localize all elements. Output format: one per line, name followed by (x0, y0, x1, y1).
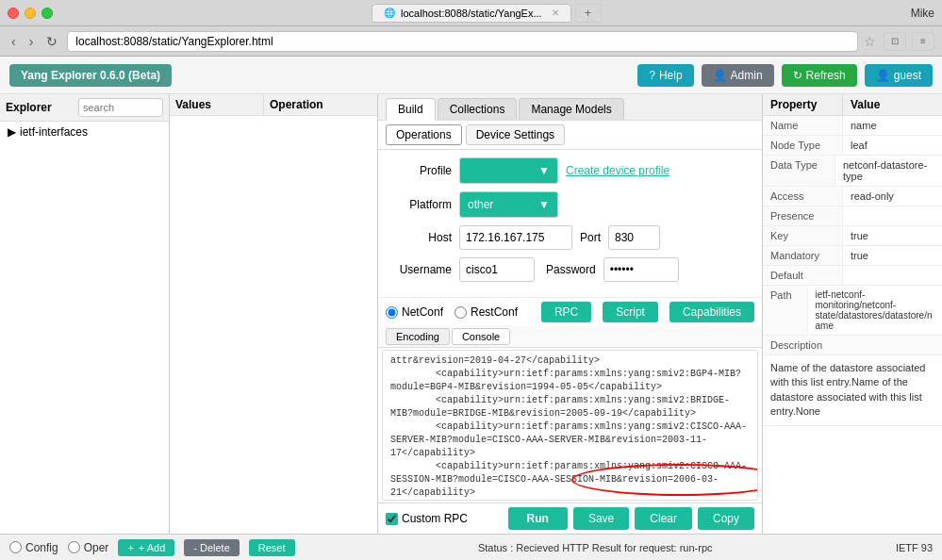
prop-val-mandatory: true (843, 246, 876, 265)
question-icon: ? (649, 69, 655, 82)
add-button[interactable]: + + Add (118, 539, 174, 556)
user-icon: 👤 (876, 69, 890, 82)
traffic-lights (8, 8, 53, 19)
rpc-button[interactable]: RPC (541, 302, 591, 322)
restconf-label: RestConf (471, 305, 518, 319)
prop-key-access: Access (763, 187, 843, 206)
host-row: Host Port (386, 225, 754, 250)
explorer-header: Explorer (0, 94, 169, 122)
prop-val-name: name (843, 116, 884, 135)
property-col-header: Property (763, 94, 843, 115)
save-button[interactable]: Save (573, 507, 629, 530)
prop-row-presence: Presence (763, 206, 942, 226)
custom-rpc-label[interactable]: Custom RPC (386, 512, 468, 525)
run-button[interactable]: Run (508, 507, 568, 530)
capabilities-button[interactable]: Capabilities (669, 302, 754, 322)
main-layout: Explorer ▶ ietf-interfaces Values Operat… (0, 94, 942, 534)
tab-manage-models[interactable]: Manage Models (519, 98, 623, 120)
config-label: Config (25, 541, 58, 554)
guest-button[interactable]: 👤 guest (865, 64, 933, 87)
console-tab[interactable]: Console (452, 328, 510, 345)
admin-button[interactable]: 👤 Admin (702, 64, 774, 87)
username-input[interactable] (459, 257, 535, 282)
username-row: Username Password (386, 257, 754, 282)
help-button[interactable]: ? Help (637, 64, 693, 87)
profile-row: Profile ▼ Create device profile (386, 157, 754, 184)
tree-expand-icon: ▶ (8, 125, 16, 139)
restconf-radio-label[interactable]: RestConf (454, 305, 518, 319)
prop-row-path: Path ietf-netconf-monitoring/netconf-sta… (763, 286, 942, 336)
oper-radio-label[interactable]: Oper (68, 541, 109, 554)
tab-bar: 🌐 localhost:8088/static/YangEx... ✕ + (62, 4, 911, 23)
tab-collections[interactable]: Collections (438, 98, 518, 120)
netconf-radio-label[interactable]: NetConf (386, 305, 443, 319)
prop-val-key: true (843, 226, 876, 245)
password-input[interactable] (603, 257, 679, 282)
protocol-row: NetConf RestConf RPC Script Capabilities (378, 297, 762, 326)
reset-button[interactable]: Reset (249, 539, 295, 556)
prop-key-default: Default (763, 266, 843, 285)
port-input[interactable] (608, 225, 660, 250)
prop-val-path: ietf-netconf-monitoring/netconf-state/da… (808, 286, 942, 335)
address-input[interactable] (67, 31, 858, 52)
tree-item-label: ietf-interfaces (20, 125, 88, 139)
search-input[interactable] (78, 98, 163, 117)
prop-row-key: Key true (763, 226, 942, 246)
statusbar: Config Oper + + Add - Delete Reset Statu… (0, 534, 942, 560)
sub-tab-row: Operations Device Settings (378, 121, 762, 150)
bookmark-button[interactable]: ☆ (864, 34, 876, 49)
host-label: Host (386, 231, 452, 244)
prop-val-presence (843, 206, 858, 225)
config-radio-label[interactable]: Config (9, 541, 58, 554)
sub-tab-operations[interactable]: Operations (386, 124, 462, 145)
prop-val-node-type: leaf (843, 136, 875, 155)
encoding-tab-row: Encoding Console (378, 326, 762, 348)
maximize-button[interactable] (41, 8, 53, 19)
script-button[interactable]: Script (603, 302, 658, 322)
app-title: Yang Explorer 0.6.0 (Beta) (9, 64, 172, 87)
close-button[interactable] (8, 8, 19, 19)
custom-rpc-checkbox[interactable] (386, 513, 398, 525)
prop-row-description: Description Name of the datastore associ… (763, 336, 942, 426)
values-operation-panels: Values Operation (170, 94, 378, 534)
platform-select[interactable]: other ▼ (459, 191, 558, 218)
minimize-button[interactable] (25, 8, 36, 19)
oper-radio[interactable] (68, 541, 80, 553)
host-input[interactable] (459, 225, 572, 250)
menu-button[interactable]: ≡ (912, 32, 934, 51)
console-container: attr&revision=2019-04-27</capability> <c… (382, 350, 758, 501)
prop-val-access: read-only (843, 187, 901, 206)
prop-row-node-type: Node Type leaf (763, 136, 942, 156)
create-profile-link[interactable]: Create device profile (566, 164, 669, 177)
browser-tab[interactable]: 🌐 localhost:8088/static/YangEx... ✕ (372, 4, 571, 23)
config-radio[interactable] (9, 541, 22, 553)
status-text: Status : Recieved HTTP Result for reques… (478, 542, 713, 553)
profile-select[interactable]: ▼ (459, 157, 558, 184)
extensions-button[interactable]: ⊡ (884, 32, 906, 51)
encoding-tab[interactable]: Encoding (386, 328, 450, 345)
platform-value: other (468, 198, 493, 211)
restconf-radio[interactable] (454, 306, 467, 319)
sub-tab-device-settings[interactable]: Device Settings (466, 124, 565, 145)
prop-row-access: Access read-only (763, 187, 942, 206)
tab-build[interactable]: Build (386, 98, 436, 121)
forward-button[interactable]: › (25, 32, 38, 51)
console-bottom-bar: Custom RPC Run Save Clear Copy (378, 502, 762, 534)
addressbar: ‹ › ↻ ☆ ⊡ ≡ (0, 26, 942, 57)
back-button[interactable]: ‹ (8, 32, 20, 51)
profile-label: Profile (386, 164, 452, 177)
admin-icon: 👤 (713, 69, 727, 82)
prop-row-default: Default (763, 266, 942, 286)
copy-button[interactable]: Copy (698, 507, 754, 530)
values-header: Values (170, 94, 264, 115)
reload-button[interactable]: ↻ (42, 32, 61, 51)
console-output[interactable]: attr&revision=2019-04-27</capability> <c… (382, 350, 758, 501)
refresh-button[interactable]: ↻ Refresh (782, 64, 857, 87)
top-toolbar: Yang Explorer 0.6.0 (Beta) ? Help 👤 Admi… (0, 57, 942, 94)
device-form: Profile ▼ Create device profile Platform… (378, 150, 762, 297)
netconf-radio[interactable] (386, 306, 398, 319)
clear-button[interactable]: Clear (635, 507, 692, 530)
new-tab-button[interactable]: + (575, 4, 602, 23)
tree-item-ietf-interfaces[interactable]: ▶ ietf-interfaces (0, 122, 169, 142)
delete-button[interactable]: - Delete (184, 539, 240, 556)
